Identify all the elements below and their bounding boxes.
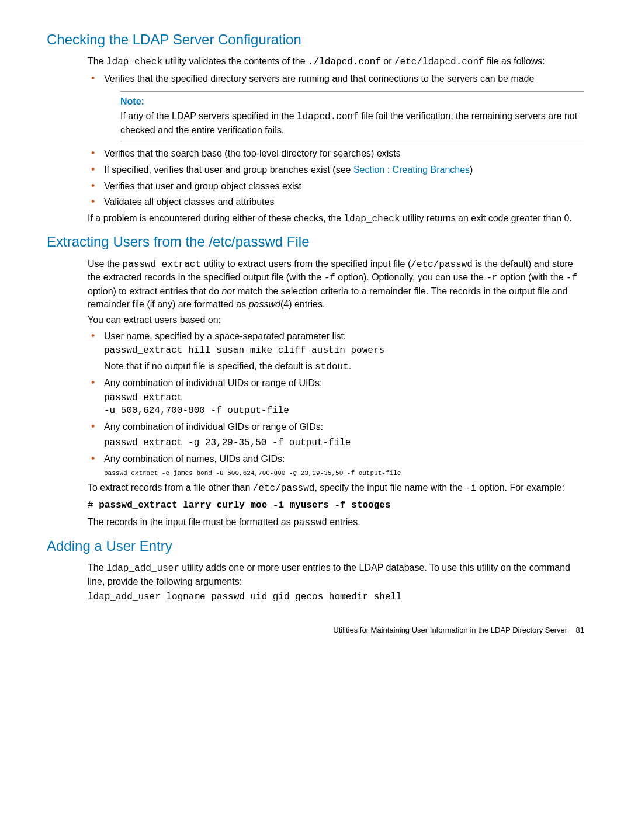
section1-intro: The ldap_check utility validates the con… bbox=[88, 55, 584, 69]
text: utility to extract users from the specif… bbox=[201, 259, 411, 269]
italic-passwd: passwd bbox=[249, 299, 280, 309]
section2-p3: To extract records from a file other tha… bbox=[88, 481, 584, 495]
bullet-text: Verifies that user and group object clas… bbox=[104, 181, 301, 191]
page-number: 81 bbox=[576, 626, 584, 634]
bullet-text: Validates all object classes and attribu… bbox=[104, 197, 274, 207]
list-item: Validates all object classes and attribu… bbox=[88, 196, 584, 209]
section-heading-extracting-users: Extracting Users from the /etc/passwd Fi… bbox=[47, 232, 584, 251]
list-item: User name, specified by a space-separate… bbox=[88, 330, 584, 374]
command-example: # passwd_extract larry curly moe -i myus… bbox=[88, 498, 584, 512]
text: file as follows: bbox=[484, 56, 545, 66]
list-item: Verifies that the search base (the top-l… bbox=[88, 147, 584, 160]
list-item: Any combination of individual GIDs or ra… bbox=[88, 421, 584, 433]
section-heading-adding-user: Adding a User Entry bbox=[47, 537, 584, 556]
code-syntax: ldap_add_user logname passwd uid gid gec… bbox=[88, 591, 584, 604]
code-path: ./ldapcd.conf bbox=[308, 57, 381, 67]
text: option. For example: bbox=[477, 483, 564, 492]
code-example: passwd_extract hill susan mike cliff aus… bbox=[104, 345, 584, 357]
text: The bbox=[88, 56, 106, 66]
section2-p2: You can extract users based on: bbox=[88, 314, 584, 327]
note-body: If any of the LDAP servers specified in … bbox=[120, 110, 584, 136]
bullet-text: Any combination of individual UIDs or ra… bbox=[104, 377, 584, 390]
bullet-note: Note that if no output file is specified… bbox=[104, 360, 584, 374]
section3-p1: The ldap_add_user utility adds one or mo… bbox=[88, 561, 584, 588]
text: utility validates the contents of the bbox=[162, 56, 308, 66]
text: Use the bbox=[88, 259, 123, 269]
code-path: /etc/ldapcd.conf bbox=[394, 57, 484, 67]
bullet-text: User name, specified by a space-separate… bbox=[104, 330, 584, 343]
bullet-text: Verifies that the search base (the top-l… bbox=[104, 148, 401, 158]
command-bold: passwd_extract larry curly moe -i myuser… bbox=[99, 500, 390, 511]
code-example: passwd_extract -g 23,29-35,50 -f output-… bbox=[104, 437, 584, 450]
text: or bbox=[381, 56, 394, 66]
section2-body: Use the passwd_extract utility to extrac… bbox=[88, 258, 584, 530]
bullet-text: Any combination of individual GIDs or ra… bbox=[104, 421, 584, 433]
code-stdout: stdout bbox=[315, 362, 349, 372]
footer-text: Utilities for Maintaining User Informati… bbox=[333, 626, 567, 634]
code-passwd-extract: passwd_extract bbox=[123, 259, 201, 270]
code-path: ldapcd.conf bbox=[297, 112, 359, 122]
code-path: /etc/passwd bbox=[253, 483, 315, 494]
note-box: Note: If any of the LDAP servers specifi… bbox=[120, 91, 584, 142]
text: option) to extract entries that do bbox=[88, 286, 221, 296]
code-option: -f bbox=[324, 273, 335, 283]
section1-body: The ldap_check utility validates the con… bbox=[88, 55, 584, 225]
page-footer: Utilities for Maintaining User Informati… bbox=[47, 625, 584, 636]
list-item: Verifies that the specified directory se… bbox=[88, 72, 584, 141]
text: (4) entries. bbox=[280, 299, 325, 309]
text: option). Optionally, you can use the bbox=[335, 272, 487, 282]
bullet-text: Verifies that the specified directory se… bbox=[104, 74, 534, 84]
prompt-hash: # bbox=[88, 500, 99, 511]
code-option: -f bbox=[566, 273, 577, 283]
section3-body: The ldap_add_user utility adds one or mo… bbox=[88, 561, 584, 604]
list-item: If specified, verifies that user and gro… bbox=[88, 164, 584, 176]
italic-not: not bbox=[221, 286, 234, 296]
link-creating-branches[interactable]: Section : Creating Branches bbox=[353, 165, 470, 175]
code-ldap-check: ldap_check bbox=[344, 214, 400, 224]
section2-bullets: User name, specified by a space-separate… bbox=[88, 330, 584, 433]
section2-bullets-cont: Any combination of names, UIDs and GIDs: bbox=[88, 453, 584, 466]
code-example-small: passwd_extract -e james bond -u 500,624,… bbox=[104, 469, 584, 478]
code-option: -i bbox=[465, 483, 476, 494]
text: . bbox=[349, 361, 351, 371]
text: , specify the input file name with the bbox=[314, 483, 465, 492]
code-passwd: passwd bbox=[293, 518, 327, 528]
text: If any of the LDAP servers specified in … bbox=[120, 111, 297, 121]
list-item: Any combination of individual UIDs or ra… bbox=[88, 377, 584, 417]
code-path: /etc/passwd bbox=[411, 259, 473, 270]
list-item: Any combination of names, UIDs and GIDs: bbox=[88, 453, 584, 466]
code-example: passwd_extract -u 500,624,700-800 -f out… bbox=[104, 392, 584, 417]
text: If specified, verifies that user and gro… bbox=[104, 165, 353, 175]
note-title: Note: bbox=[120, 95, 584, 108]
section1-closing: If a problem is encountered during eithe… bbox=[88, 212, 584, 226]
text: To extract records from a file other tha… bbox=[88, 483, 253, 492]
list-item: Verifies that user and group object clas… bbox=[88, 180, 584, 193]
code-option: -r bbox=[486, 273, 497, 283]
text: If a problem is encountered during eithe… bbox=[88, 213, 344, 223]
text: entries. bbox=[327, 517, 360, 527]
section2-p1: Use the passwd_extract utility to extrac… bbox=[88, 258, 584, 310]
text: utility returns an exit code greater tha… bbox=[400, 213, 572, 223]
text: Note that if no output file is specified… bbox=[104, 361, 315, 371]
section-heading-checking-ldap: Checking the LDAP Server Configuration bbox=[47, 30, 584, 49]
text: option (with the bbox=[498, 272, 566, 282]
code-ldap-check: ldap_check bbox=[106, 57, 162, 67]
section1-bullets-top: Verifies that the specified directory se… bbox=[88, 72, 584, 209]
text: The records in the input file must be fo… bbox=[88, 517, 293, 527]
bullet-text: Any combination of names, UIDs and GIDs: bbox=[104, 453, 584, 466]
text: The bbox=[88, 563, 106, 572]
section2-p4: The records in the input file must be fo… bbox=[88, 516, 584, 530]
text: ) bbox=[470, 165, 473, 175]
code-ldap-add-user: ldap_add_user bbox=[106, 563, 179, 574]
